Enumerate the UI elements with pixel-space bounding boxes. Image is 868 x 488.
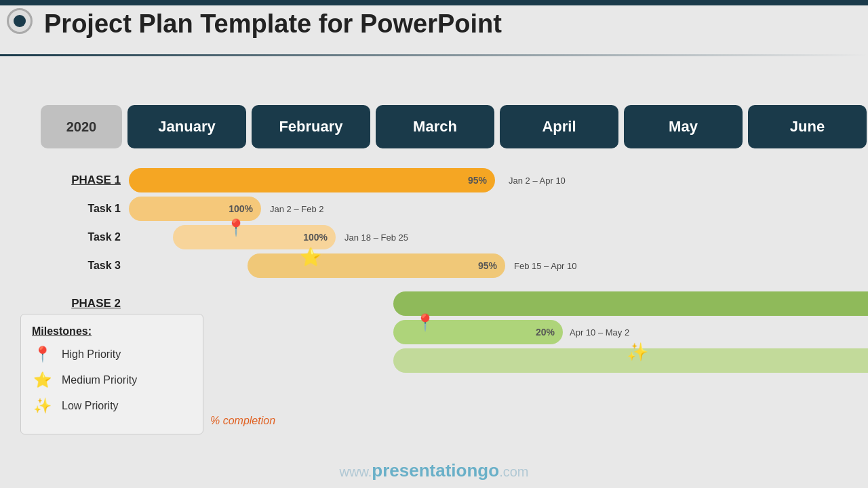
phase1-pct: 95% — [468, 175, 487, 186]
milestone-high-priority-icon: 📍 — [226, 218, 246, 237]
phase1-row: PHASE 1 95% Jan 2 – Apr 10 — [41, 168, 854, 192]
logo-area — [7, 8, 33, 34]
phase1-task3-bar: 95% — [248, 253, 505, 278]
phase2-task2-bar-container: ✨ 5% Jul 20 – Jun 10 — [129, 348, 854, 373]
phase1-task2-dates: Jan 18 – Feb 25 — [344, 232, 408, 243]
milestone-medium-priority-icon: ⭐ — [300, 247, 321, 268]
month-jun: June — [748, 105, 867, 148]
top-bar — [0, 0, 868, 5]
logo-circle — [7, 8, 33, 34]
legend-low-priority-label: Low Priority — [62, 400, 119, 412]
phase2-task1-bar-container: 📍 20% Apr 10 – May 2 — [129, 320, 854, 344]
pct-completion-label: % completion — [210, 415, 275, 427]
phase1-task2-bar-container: 📍 100% Jan 18 – Feb 25 — [129, 225, 854, 249]
phase2-row: PHASE 2 5% Apr 10 – Jun 10 — [41, 291, 854, 316]
phase1-task3-dates: Feb 15 – Apr 10 — [514, 261, 577, 271]
phase1-bar: 95% — [129, 168, 495, 192]
phase1-task2-row: Task 2 📍 100% Jan 18 – Feb 25 — [41, 225, 854, 249]
footer: www.presentationgo.com — [0, 460, 868, 481]
phase1-label: PHASE 1 — [41, 174, 129, 187]
month-may: May — [624, 105, 743, 148]
legend-high-priority-label: High Priority — [62, 348, 121, 361]
phase1-task3-bar-container: ⭐ 95% Feb 15 – Apr 10 — [129, 253, 854, 278]
legend-box: Milestones: 📍 High Priority ⭐ Medium Pri… — [20, 314, 203, 434]
month-mar: March — [376, 105, 494, 148]
phase1-task1-dates: Jan 2 – Feb 2 — [270, 204, 324, 214]
milestone-low-priority-icon: ✨ — [627, 342, 648, 363]
legend-medium-priority-label: Medium Priority — [62, 374, 137, 386]
phase2-bar: 5% — [393, 291, 868, 316]
month-apr: April — [500, 105, 618, 148]
footer-www: www. — [340, 464, 372, 479]
month-feb: February — [252, 105, 370, 148]
page-title: Project Plan Template for PowerPoint — [44, 9, 502, 39]
phase1-task3-label: Task 3 — [41, 260, 129, 272]
phase1-task2-bar: 100% — [173, 225, 336, 249]
phase1-dates: Jan 2 – Apr 10 — [509, 176, 566, 186]
title-divider — [0, 54, 868, 56]
legend-high-priority-icon: 📍 — [32, 346, 52, 363]
phase1-task2-label: Task 2 — [41, 231, 129, 243]
footer-main: presentationgo — [372, 460, 499, 481]
footer-suffix: .com — [499, 464, 528, 479]
phase2-label: PHASE 2 — [41, 297, 129, 310]
month-jan: January — [127, 105, 246, 148]
phase1-task2-pct: 100% — [303, 232, 328, 243]
legend-low-priority-icon: ✨ — [32, 397, 52, 415]
logo-inner — [14, 15, 26, 27]
phase1-task3-row: Task 3 ⭐ 95% Feb 15 – Apr 10 — [41, 253, 854, 278]
legend-item-low: ✨ Low Priority — [32, 397, 189, 415]
legend-title: Milestones: — [32, 325, 189, 338]
phase1-task1-bar-container: 100% Jan 2 – Feb 2 — [129, 197, 854, 221]
phase1-task1-row: Task 1 100% Jan 2 – Feb 2 — [41, 197, 854, 221]
phase1-task1-label: Task 1 — [41, 203, 129, 215]
phase2-bar-container: 5% Apr 10 – Jun 10 — [129, 291, 854, 316]
phase2-task1-dates: Apr 10 – May 2 — [570, 327, 629, 338]
month-header-row: 2020 January February March April May Ju… — [41, 105, 868, 148]
legend-medium-priority-icon: ⭐ — [32, 371, 52, 389]
phase1-task3-pct: 95% — [478, 260, 497, 271]
milestone-high-priority-2-icon: 📍 — [415, 313, 435, 332]
year-box: 2020 — [41, 105, 122, 148]
legend-item-high: 📍 High Priority — [32, 346, 189, 363]
phase1-bar-container: 95% Jan 2 – Apr 10 — [129, 168, 854, 192]
phase1-task1-pct: 100% — [229, 203, 253, 214]
phase1-task1-bar: 100% — [129, 197, 261, 221]
legend-item-medium: ⭐ Medium Priority — [32, 371, 189, 389]
phase2-task1-pct: 20% — [536, 327, 555, 338]
